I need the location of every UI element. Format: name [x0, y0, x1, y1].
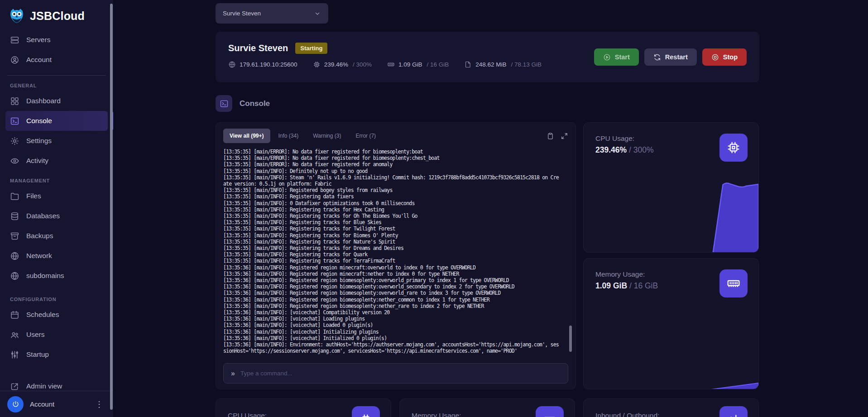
- chevron-down-icon: [314, 10, 321, 17]
- globe-icon: [10, 251, 19, 261]
- terminal-icon: [10, 116, 19, 126]
- sidebar-item-label: Servers: [26, 36, 50, 44]
- sidebar-item-console[interactable]: Console: [5, 111, 108, 131]
- database-icon: [10, 211, 19, 221]
- power-icon: [11, 400, 20, 408]
- restart-button-label: Restart: [665, 53, 688, 61]
- kebab-menu-icon[interactable]: ⋮: [92, 398, 106, 410]
- expand-icon[interactable]: [561, 132, 568, 140]
- brand-logo: JSBCloud: [0, 0, 113, 30]
- account-footer: Account ⋮: [0, 391, 113, 417]
- cpu-card-label: CPU Usage:: [595, 134, 634, 143]
- console-tabs: View all (99+) Info (34) Warning (3) Err…: [223, 129, 568, 143]
- sidebar-item-label: Dashboard: [26, 97, 61, 105]
- ram-icon: [387, 61, 395, 68]
- account-footer-label: Account: [30, 400, 86, 408]
- memory-usage-card: Memory Usage: 1.09 GiB / 16 GiB: [583, 258, 759, 389]
- sidebar-item-users[interactable]: Users: [5, 325, 108, 345]
- command-input-wrap: »: [223, 363, 568, 383]
- folder-icon: [10, 192, 19, 201]
- restart-button[interactable]: Restart: [644, 48, 697, 66]
- sidebar: JSBCloud Servers Account GENERAL Dashboa…: [0, 0, 113, 417]
- memory-card-label: Memory Usage:: [595, 270, 645, 278]
- sidebar-item-databases[interactable]: Databases: [5, 206, 108, 226]
- cpu-stat: 239.46% / 300%: [313, 61, 372, 68]
- sidebar-item-files[interactable]: Files: [5, 186, 108, 206]
- sidebar-item-label: Schedules: [26, 311, 59, 319]
- console-section-header: Console: [216, 95, 270, 112]
- globe-icon: [228, 61, 236, 68]
- user-circle-icon: [10, 55, 19, 65]
- sidebar-item-dashboard[interactable]: Dashboard: [5, 91, 108, 111]
- tab-warning[interactable]: Warning (3): [307, 129, 347, 143]
- sidebar-item-label: Console: [26, 117, 52, 125]
- cpu-card-max: / 300%: [629, 145, 653, 154]
- sidebar-scrollbar[interactable]: [110, 4, 113, 410]
- eye-icon: [10, 156, 19, 166]
- copy-icon[interactable]: [547, 132, 554, 140]
- users-icon: [10, 330, 19, 340]
- console-section-title: Console: [240, 99, 270, 108]
- refresh-icon: [653, 53, 661, 61]
- cpu-chip-icon: [719, 134, 748, 162]
- sidebar-item-activity[interactable]: Activity: [5, 151, 108, 171]
- calendar-icon: [10, 310, 19, 320]
- console-panel: View all (99+) Info (34) Warning (3) Err…: [216, 122, 576, 389]
- archive-icon: [10, 231, 19, 241]
- cpu-chip-icon: [313, 61, 321, 68]
- memory-value: 1.09 GiB: [398, 61, 422, 68]
- status-badge: Starting: [295, 43, 327, 54]
- stop-button[interactable]: Stop: [702, 48, 747, 66]
- bottom-memory-usage-card: Memory Usage:: [399, 398, 575, 417]
- cpu-usage-card: CPU Usage: 239.46% / 300%: [583, 122, 759, 253]
- grid-icon: [10, 96, 19, 106]
- sidebar-item-label: Admin view: [26, 382, 62, 390]
- sliders-icon: [10, 350, 19, 359]
- command-input[interactable]: [240, 370, 561, 377]
- play-circle-icon: [603, 53, 611, 61]
- bottom-network-label: Inbound / Outbound:: [595, 412, 659, 417]
- disk-max: / 78.13 GiB: [511, 61, 542, 68]
- sidebar-item-label: subdomains: [26, 272, 64, 280]
- bottom-memory-label: Memory Usage:: [412, 412, 461, 417]
- stop-circle-icon: [711, 53, 719, 61]
- sidebar-item-settings[interactable]: Settings: [5, 131, 108, 151]
- memory-max: / 16 GiB: [427, 61, 449, 68]
- sidebar-item-label: Backups: [26, 232, 53, 240]
- start-button[interactable]: Start: [594, 48, 639, 66]
- tab-view-all[interactable]: View all (99+): [223, 129, 270, 143]
- sidebar-item-label: Files: [26, 192, 41, 200]
- sidebar-item-schedules[interactable]: Schedules: [5, 305, 108, 325]
- sidebar-item-account[interactable]: Account: [5, 50, 108, 70]
- disk-stat: 248.62 MiB / 78.13 GiB: [464, 61, 542, 68]
- tab-info[interactable]: Info (34): [272, 129, 305, 143]
- sidebar-item-servers[interactable]: Servers: [5, 30, 108, 50]
- sidebar-section-configuration: CONFIGURATION: [10, 297, 103, 302]
- sidebar-section-management: MANAGEMENT: [10, 178, 103, 183]
- owl-logo-icon: [8, 7, 25, 24]
- memory-card-value: 1.09 GiB: [595, 281, 627, 290]
- sidebar-item-startup[interactable]: Startup: [5, 345, 108, 364]
- sidebar-item-label: Startup: [26, 350, 49, 359]
- cpu-value: 239.46%: [324, 61, 348, 68]
- ram-icon: [719, 269, 748, 297]
- sidebar-item-label: Activity: [26, 157, 48, 165]
- console-scrollbar[interactable]: [569, 326, 572, 352]
- sidebar-section-general: GENERAL: [10, 83, 103, 88]
- prompt-icon: »: [231, 369, 235, 378]
- sidebar-item-subdomains[interactable]: subdomains: [5, 266, 108, 286]
- sidebar-item-label: Account: [26, 56, 52, 64]
- tab-error[interactable]: Error (7): [349, 129, 382, 143]
- servers-icon: [10, 35, 19, 45]
- stop-button-label: Stop: [723, 53, 738, 61]
- globe-icon: [10, 271, 19, 281]
- sidebar-item-backups[interactable]: Backups: [5, 226, 108, 246]
- ram-icon: [536, 406, 564, 417]
- server-selector-dropdown[interactable]: Survie Steven: [216, 3, 328, 24]
- sidebar-item-network[interactable]: Network: [5, 246, 108, 266]
- avatar[interactable]: [7, 396, 24, 412]
- disk-file-icon: [464, 61, 472, 68]
- console-log[interactable]: [13:35:35] [main/ERROR]: No data fixer r…: [223, 149, 560, 355]
- server-name: Survie Steven: [228, 43, 288, 53]
- disk-value: 248.62 MiB: [475, 61, 506, 68]
